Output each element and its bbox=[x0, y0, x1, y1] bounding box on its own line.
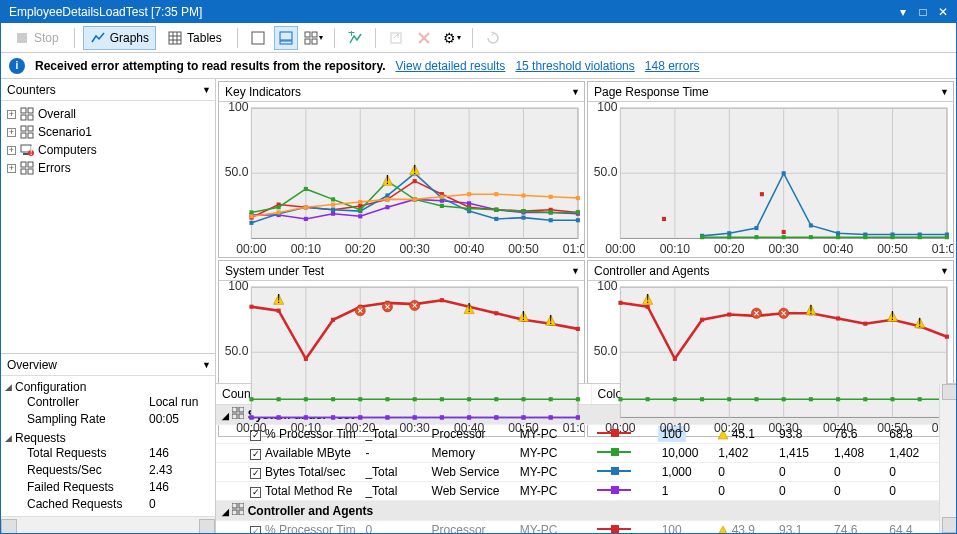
chart-body[interactable]: 00:0000:1000:2000:3000:4000:5001:0010050… bbox=[588, 281, 953, 436]
checkbox[interactable]: ✓ bbox=[250, 449, 261, 460]
overview-dropdown-icon[interactable]: ▼ bbox=[202, 360, 211, 370]
separator bbox=[334, 28, 335, 48]
chart-dropdown-icon[interactable]: ▼ bbox=[571, 266, 580, 276]
svg-rect-292 bbox=[863, 397, 867, 401]
cell-min: 0 bbox=[712, 482, 773, 501]
counter-name: Available MByte bbox=[265, 446, 351, 460]
tree-item[interactable]: +!Computers bbox=[5, 141, 211, 159]
cell-category: Web Service bbox=[426, 482, 514, 501]
overview-section[interactable]: ◢Requests bbox=[1, 429, 215, 446]
overview-value: 00:05 bbox=[149, 412, 209, 429]
stop-button[interactable]: Stop bbox=[7, 26, 66, 50]
svg-text:00:00: 00:00 bbox=[236, 421, 267, 435]
add-chart-icon[interactable]: + bbox=[343, 26, 367, 50]
tree-item[interactable]: +Scenario1 bbox=[5, 123, 211, 141]
maximize-icon[interactable]: □ bbox=[914, 4, 932, 20]
expand-icon[interactable]: + bbox=[7, 164, 16, 173]
svg-rect-24 bbox=[28, 133, 33, 138]
view-details-link[interactable]: View detailed results bbox=[396, 59, 506, 73]
caret-down-icon: ◢ bbox=[5, 382, 15, 392]
checkbox[interactable]: ✓ bbox=[250, 468, 261, 479]
message-bar: i Received error attempting to read resu… bbox=[1, 53, 956, 79]
chart-title-bar[interactable]: Controller and Agents▼ bbox=[588, 261, 953, 281]
expand-icon[interactable]: + bbox=[7, 110, 16, 119]
expand-icon[interactable]: + bbox=[7, 128, 16, 137]
checkbox[interactable]: ✓ bbox=[250, 487, 261, 498]
export-icon[interactable] bbox=[384, 26, 408, 50]
counters-dropdown-icon[interactable]: ▼ bbox=[202, 85, 211, 95]
cell-range[interactable]: 1 bbox=[652, 482, 713, 501]
cell-range[interactable]: 100 bbox=[652, 521, 713, 534]
chart-title-bar[interactable]: Page Response Time▼ bbox=[588, 82, 953, 102]
layout-single-icon[interactable] bbox=[246, 26, 270, 50]
chart-title: Page Response Time bbox=[594, 85, 709, 99]
chart-dropdown-icon[interactable]: ▼ bbox=[940, 87, 949, 97]
svg-text:00:10: 00:10 bbox=[291, 421, 322, 435]
stop-icon bbox=[14, 30, 30, 46]
tree-item-label: Errors bbox=[38, 161, 71, 175]
svg-text:00:30: 00:30 bbox=[399, 421, 430, 435]
chart-title-bar[interactable]: System under Test▼ bbox=[219, 261, 584, 281]
tables-button[interactable]: Tables bbox=[160, 26, 229, 50]
cell-min: 0 bbox=[712, 463, 773, 482]
svg-text:!: ! bbox=[522, 309, 525, 323]
refresh-icon[interactable] bbox=[481, 26, 505, 50]
svg-rect-88 bbox=[521, 216, 525, 220]
svg-rect-98 bbox=[440, 204, 444, 208]
cell-range[interactable]: 1,000 bbox=[652, 463, 713, 482]
svg-rect-182 bbox=[249, 305, 253, 309]
chart-body[interactable]: 00:0000:1000:2000:3000:4000:5001:0010050… bbox=[588, 102, 953, 257]
svg-rect-17 bbox=[21, 108, 26, 113]
delete-icon[interactable] bbox=[412, 26, 436, 50]
chart-body[interactable]: 00:0000:1000:2000:3000:4000:5001:0010050… bbox=[219, 281, 584, 436]
svg-rect-189 bbox=[440, 298, 444, 302]
counter-name: Bytes Total/sec bbox=[265, 465, 345, 479]
layout-grid-icon[interactable]: ▾ bbox=[302, 26, 326, 50]
tree-item-label: Computers bbox=[38, 143, 97, 157]
svg-rect-226 bbox=[385, 415, 389, 419]
overview-section[interactable]: ◢Configuration bbox=[1, 378, 215, 395]
svg-rect-203 bbox=[467, 397, 471, 401]
svg-text:50.0: 50.0 bbox=[594, 165, 618, 179]
svg-rect-199 bbox=[358, 397, 362, 401]
svg-rect-104 bbox=[249, 214, 253, 218]
chart-dropdown-icon[interactable]: ▼ bbox=[940, 266, 949, 276]
svg-rect-285 bbox=[673, 397, 677, 401]
graphs-button[interactable]: Graphs bbox=[83, 26, 156, 50]
vertical-scrollbar[interactable] bbox=[939, 384, 956, 533]
threshold-violations-link[interactable]: 15 threshold violations bbox=[515, 59, 634, 73]
expand-icon[interactable]: + bbox=[7, 146, 16, 155]
table-row[interactable]: ✓Available MByte - Memory MY-PC 10,000 1… bbox=[216, 444, 939, 463]
svg-rect-159 bbox=[863, 235, 867, 239]
chart-dropdown-icon[interactable]: ▼ bbox=[571, 87, 580, 97]
svg-text:!: ! bbox=[413, 163, 416, 177]
errors-link[interactable]: 148 errors bbox=[645, 59, 700, 73]
window-title: EmployeeDetailsLoadTest [7:35 PM] bbox=[5, 5, 892, 19]
checkbox[interactable]: ✓ bbox=[250, 526, 261, 534]
window-dropdown-icon[interactable]: ▾ bbox=[894, 4, 912, 20]
overview-row: Cached Requests0 bbox=[1, 497, 215, 514]
tree-item[interactable]: +Overall bbox=[5, 105, 211, 123]
cell-last: 1,402 bbox=[883, 444, 938, 463]
horizontal-scrollbar[interactable] bbox=[1, 516, 215, 533]
layout-detail-icon[interactable] bbox=[274, 26, 298, 50]
chart-title-bar[interactable]: Key Indicators▼ bbox=[219, 82, 584, 102]
table-row[interactable]: ✓Bytes Total/sec _Total Web Service MY-P… bbox=[216, 463, 939, 482]
chart-body[interactable]: 00:0000:1000:2000:3000:4000:5001:0010050… bbox=[219, 102, 584, 257]
svg-rect-12 bbox=[312, 39, 317, 44]
svg-rect-103 bbox=[576, 210, 580, 214]
svg-rect-114 bbox=[521, 193, 525, 197]
close-icon[interactable]: ✕ bbox=[934, 4, 952, 20]
settings-icon[interactable]: ⚙▾ bbox=[440, 26, 464, 50]
table-row[interactable]: ✓Total Method Re _Total Web Service MY-P… bbox=[216, 482, 939, 501]
svg-rect-112 bbox=[467, 192, 471, 196]
table-group-row[interactable]: ◢ Controller and Agents bbox=[216, 501, 939, 521]
overview-key: Cached Requests bbox=[27, 497, 149, 514]
tree-item[interactable]: +Errors bbox=[5, 159, 211, 177]
svg-rect-91 bbox=[249, 210, 253, 214]
cell-range[interactable]: 10,000 bbox=[652, 444, 713, 463]
table-row[interactable]: ✓% Processor Tim 0 Processor MY-PC 100 4… bbox=[216, 521, 939, 534]
chart-card: System under Test▼00:0000:1000:2000:3000… bbox=[218, 260, 585, 437]
separator bbox=[375, 28, 376, 48]
svg-text:00:50: 00:50 bbox=[508, 242, 539, 256]
